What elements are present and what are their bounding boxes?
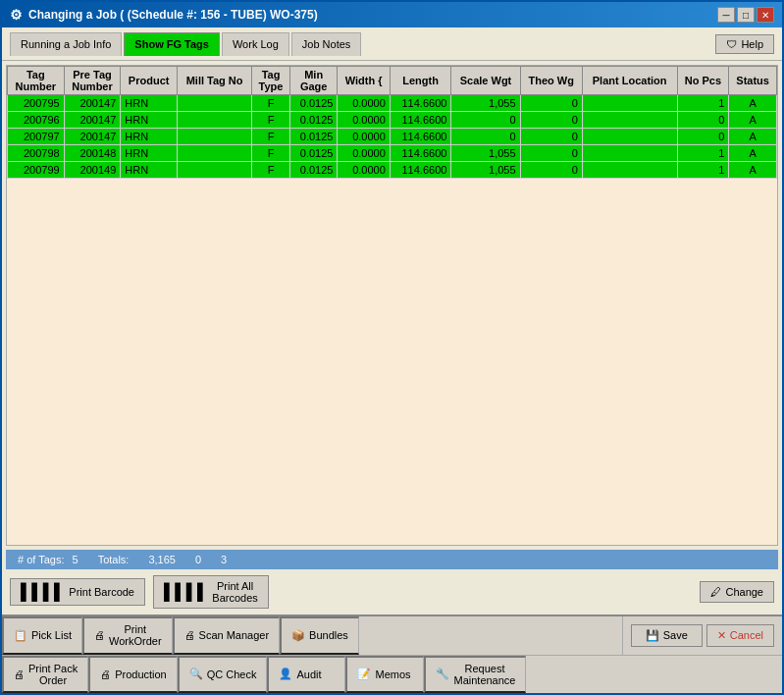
table-cell: HRN — [121, 112, 178, 129]
table-cell: A — [729, 95, 777, 112]
table-header-row: TagNumber Pre TagNumber Product Mill Tag… — [8, 67, 777, 95]
table-cell: 1 — [677, 145, 729, 162]
help-button[interactable]: 🛡 Help — [715, 34, 774, 54]
title-bar-left: ⚙ Changing a Job ( (Schedule #: 156 - TU… — [10, 7, 318, 23]
table-cell: 0 — [520, 95, 582, 112]
memos-button[interactable]: 📝 Memos — [345, 656, 424, 694]
table-cell: 0.0125 — [289, 112, 338, 129]
col-product: Product — [121, 67, 178, 95]
table-cell: 0.0000 — [338, 95, 390, 112]
help-icon: 🛡 — [726, 38, 737, 50]
table-row[interactable]: 200798200148HRNF0.01250.0000114.66001,05… — [8, 145, 777, 162]
pick-list-button[interactable]: 📋 Pick List — [2, 616, 82, 655]
scan-manager-icon: 🖨 — [184, 629, 195, 641]
summary-bar: # of Tags: 5 Totals: 3,165 0 3 — [6, 550, 778, 569]
qc-check-icon: 🔍 — [189, 668, 203, 680]
table-row[interactable]: 200799200149HRNF0.01250.0000114.66001,05… — [8, 162, 777, 179]
tab-list: Running a Job Info Show FG Tags Work Log… — [10, 32, 361, 56]
title-bar: ⚙ Changing a Job ( (Schedule #: 156 - TU… — [2, 2, 782, 27]
table-cell: 0.0000 — [338, 145, 390, 162]
table-cell: 0 — [451, 129, 520, 145]
audit-button[interactable]: 👤 Audit — [267, 656, 345, 694]
bundles-icon: 📦 — [291, 629, 305, 642]
table-row[interactable]: 200797200147HRNF0.01250.0000114.6600000A — [8, 129, 777, 145]
main-window: ⚙ Changing a Job ( (Schedule #: 156 - TU… — [0, 0, 784, 695]
print-workorder-icon: 🖨 — [94, 629, 105, 641]
table-cell: 0 — [520, 112, 582, 129]
table-cell: 114.6600 — [390, 162, 451, 179]
col-mill-tag-no: Mill Tag No — [177, 67, 251, 95]
table-cell — [177, 95, 251, 112]
action-bar: ▌▌▌▌ Print Barcode ▌▌▌▌ Print AllBarcode… — [2, 569, 782, 615]
table-cell: 0.0000 — [338, 129, 390, 145]
table-cell: 114.6600 — [390, 145, 451, 162]
table-body: 200795200147HRNF0.01250.0000114.66001,05… — [8, 95, 777, 179]
col-min-gage: MinGage — [289, 67, 338, 95]
tab-running-job-info[interactable]: Running a Job Info — [10, 32, 122, 56]
print-pack-icon: 🖨 — [14, 668, 25, 680]
production-button[interactable]: 🖨 Production — [88, 656, 178, 694]
table-cell: 0 — [677, 129, 729, 145]
table-cell: 0 — [677, 112, 729, 129]
qc-check-button[interactable]: 🔍 QC Check — [178, 656, 268, 694]
col-pre-tag-number: Pre TagNumber — [64, 67, 121, 95]
table-row[interactable]: 200796200147HRNF0.01250.0000114.6600000A — [8, 112, 777, 129]
minimize-button[interactable]: ─ — [717, 7, 735, 23]
table-cell: HRN — [121, 145, 178, 162]
change-icon: 🖊 — [710, 586, 721, 598]
table-cell: A — [729, 129, 777, 145]
app-icon: ⚙ — [10, 7, 23, 23]
print-all-barcodes-button[interactable]: ▌▌▌▌ Print AllBarcodes — [153, 575, 269, 609]
tab-job-notes[interactable]: Job Notes — [291, 32, 362, 56]
taskbar-row-2: 🖨 Print PackOrder 🖨 Production 🔍 QC Chec… — [2, 656, 782, 694]
maximize-button[interactable]: □ — [737, 7, 755, 23]
close-button[interactable]: ✕ — [757, 7, 774, 23]
table-cell: 1 — [677, 95, 729, 112]
tab-work-log[interactable]: Work Log — [222, 32, 289, 56]
table-cell: 200795 — [8, 95, 65, 112]
table-cell: HRN — [121, 129, 178, 145]
col-no-pcs: No Pcs — [677, 67, 729, 95]
table-cell: 0.0125 — [289, 95, 338, 112]
print-pack-order-button[interactable]: 🖨 Print PackOrder — [2, 656, 88, 694]
request-maintenance-button[interactable]: 🔧 RequestMaintenance — [424, 656, 526, 694]
title-controls: ─ □ ✕ — [717, 7, 774, 23]
table-cell — [582, 145, 677, 162]
cancel-icon: ✕ — [717, 629, 726, 642]
cancel-button[interactable]: ✕ Cancel — [706, 624, 774, 647]
maintenance-icon: 🔧 — [436, 668, 449, 680]
tab-show-fg-tags[interactable]: Show FG Tags — [124, 32, 220, 56]
table-row[interactable]: 200795200147HRNF0.01250.0000114.66001,05… — [8, 95, 777, 112]
table-cell: 0.0125 — [289, 162, 338, 179]
scan-manager-button[interactable]: 🖨 Scan Manager — [173, 616, 281, 655]
window-title: Changing a Job ( (Schedule #: 156 - TUBE… — [28, 8, 318, 22]
bottom-taskbar: 📋 Pick List 🖨 PrintWorkOrder 🖨 Scan Mana… — [2, 615, 782, 693]
table-cell: HRN — [121, 162, 178, 179]
table-cell — [177, 145, 251, 162]
print-workorder-button[interactable]: 🖨 PrintWorkOrder — [82, 616, 173, 655]
table-cell — [177, 129, 251, 145]
table-cell: 1,055 — [451, 145, 520, 162]
table-cell — [177, 112, 251, 129]
table-cell: 0.0125 — [289, 129, 338, 145]
change-button[interactable]: 🖊 Change — [700, 581, 774, 603]
table-cell: F — [252, 129, 290, 145]
save-icon: 💾 — [646, 629, 659, 642]
table-cell: 200796 — [8, 112, 65, 129]
barcode-icon: ▌▌▌▌ — [21, 583, 65, 601]
table-cell — [582, 112, 677, 129]
fg-tags-table-container[interactable]: TagNumber Pre TagNumber Product Mill Tag… — [6, 65, 778, 546]
table-cell — [582, 129, 677, 145]
print-barcode-button[interactable]: ▌▌▌▌ Print Barcode — [10, 578, 145, 606]
toolbar: Running a Job Info Show FG Tags Work Log… — [2, 27, 782, 61]
save-button[interactable]: 💾 Save — [631, 624, 703, 647]
table-cell: 1 — [677, 162, 729, 179]
table-cell — [177, 162, 251, 179]
pick-list-icon: 📋 — [14, 629, 27, 642]
table-cell: 200149 — [64, 162, 121, 179]
bundles-button[interactable]: 📦 Bundles — [280, 616, 359, 655]
col-theo-wg: Theo Wg — [520, 67, 582, 95]
totals-label: Totals: — [98, 554, 130, 565]
table-cell: 1,055 — [451, 162, 520, 179]
taskbar-row-1: 📋 Pick List 🖨 PrintWorkOrder 🖨 Scan Mana… — [2, 616, 782, 656]
